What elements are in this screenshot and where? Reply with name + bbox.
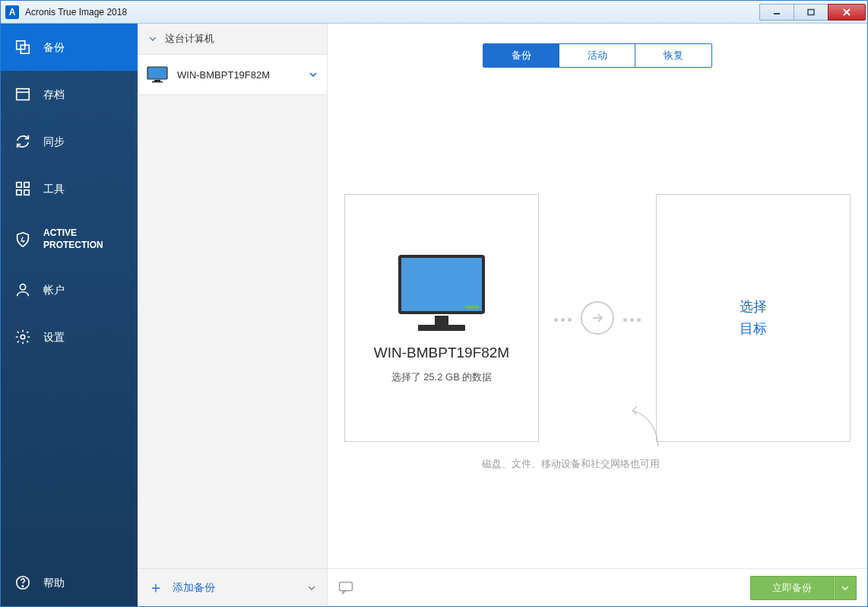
- sidebar-item-settings[interactable]: 设置: [1, 313, 138, 361]
- sidebar-item-account[interactable]: 帐户: [1, 266, 138, 313]
- close-button[interactable]: [828, 4, 866, 21]
- plus-icon[interactable]: ＋: [148, 577, 163, 598]
- svg-rect-1: [808, 9, 814, 14]
- archive-icon: [14, 86, 31, 103]
- backup-list-item[interactable]: WIN-BMBPT19F82M: [138, 54, 327, 95]
- sidebar-item-sync[interactable]: 同步: [1, 118, 138, 165]
- svg-rect-8: [17, 183, 21, 187]
- svg-point-15: [22, 586, 23, 586]
- dest-line1: 选择: [740, 296, 767, 318]
- sync-icon: [14, 133, 31, 150]
- tab-recover[interactable]: 恢复: [635, 44, 711, 67]
- sidebar: 备份 存档 同步 工具: [1, 24, 138, 606]
- start-backup-button-group: 立即备份: [750, 576, 857, 600]
- start-backup-dropdown[interactable]: [834, 576, 857, 600]
- sidebar-item-help[interactable]: 帮助: [1, 559, 138, 606]
- backup-list-header-label: 这台计算机: [165, 32, 214, 46]
- sidebar-item-label: 备份: [43, 41, 65, 54]
- dots-icon: [622, 311, 642, 325]
- minimize-button[interactable]: [759, 4, 794, 21]
- svg-point-12: [20, 284, 25, 290]
- sidebar-item-label: 存档: [43, 88, 65, 101]
- account-icon: [14, 281, 31, 298]
- svg-rect-19: [400, 256, 483, 313]
- svg-rect-17: [154, 80, 160, 81]
- svg-rect-24: [340, 582, 353, 590]
- sidebar-item-tools[interactable]: 工具: [1, 165, 138, 212]
- svg-rect-18: [152, 81, 163, 83]
- chevron-down-icon: [148, 34, 157, 43]
- tools-icon: [14, 180, 31, 197]
- backup-list-panel: 这台计算机 WIN-BMBPT19F82M ＋ 添加备份: [138, 24, 328, 606]
- app-logo-icon: A: [5, 5, 19, 19]
- hint-arrow-icon: [628, 405, 666, 450]
- tab-backup[interactable]: 备份: [483, 44, 559, 67]
- hint-text: 磁盘、文件、移动设备和社交网络也可用: [482, 457, 660, 471]
- sidebar-item-active-protection[interactable]: ACTIVE PROTECTION: [1, 212, 138, 266]
- source-title: WIN-BMBPT19F82M: [374, 345, 509, 361]
- sidebar-item-label: 同步: [43, 135, 65, 148]
- svg-rect-9: [24, 183, 29, 187]
- chevron-down-icon[interactable]: [307, 583, 316, 593]
- source-subtitle: 选择了 25.2 GB 的数据: [391, 370, 493, 384]
- backup-list-header[interactable]: 这台计算机: [138, 24, 327, 54]
- svg-rect-22: [465, 305, 479, 309]
- main-footer: 立即备份: [328, 568, 867, 606]
- svg-rect-16: [147, 67, 167, 79]
- shield-icon: [14, 231, 31, 248]
- titlebar: A Acronis True Image 2018: [1, 1, 867, 24]
- start-backup-button[interactable]: 立即备份: [750, 576, 834, 600]
- maximize-button[interactable]: [794, 4, 828, 21]
- sidebar-item-label: 设置: [43, 331, 65, 344]
- dots-icon: [553, 311, 573, 325]
- chevron-down-icon[interactable]: [309, 70, 318, 79]
- sidebar-item-label: 工具: [43, 183, 65, 195]
- backup-list-item-name: WIN-BMBPT19F82M: [177, 69, 299, 81]
- svg-rect-11: [24, 190, 29, 195]
- sidebar-item-backup[interactable]: 备份: [1, 24, 138, 71]
- svg-rect-20: [435, 316, 448, 325]
- svg-point-13: [21, 335, 25, 339]
- backup-source-card[interactable]: WIN-BMBPT19F82M 选择了 25.2 GB 的数据: [344, 194, 539, 442]
- flow-arrow: [553, 301, 642, 335]
- sidebar-item-label: ACTIVE PROTECTION: [43, 227, 103, 251]
- backup-icon: [14, 39, 31, 56]
- add-backup-row: ＋ 添加备份: [138, 568, 327, 606]
- svg-rect-6: [17, 89, 30, 100]
- help-icon: [14, 574, 31, 591]
- add-backup-button[interactable]: 添加备份: [173, 581, 298, 595]
- tab-bar: 备份 活动 恢复: [328, 43, 867, 68]
- svg-rect-10: [17, 190, 21, 195]
- computer-large-icon: [392, 252, 491, 335]
- gear-icon: [14, 329, 31, 345]
- sidebar-item-archive[interactable]: 存档: [1, 71, 138, 118]
- window-title: Acronis True Image 2018: [25, 7, 760, 17]
- sidebar-item-label: 帐户: [43, 284, 65, 297]
- computer-icon: [147, 66, 168, 83]
- arrow-right-icon: [581, 301, 614, 335]
- tab-activity[interactable]: 活动: [559, 44, 635, 67]
- svg-rect-21: [418, 325, 465, 331]
- comment-icon[interactable]: [338, 581, 353, 595]
- sidebar-item-label: 帮助: [43, 577, 65, 590]
- backup-destination-card[interactable]: 选择 目标: [656, 194, 851, 442]
- main-panel: 备份 活动 恢复 WIN-BMBPT19F82M 选择了 25.2 GB 的数据: [328, 24, 867, 606]
- dest-line2: 目标: [740, 318, 767, 340]
